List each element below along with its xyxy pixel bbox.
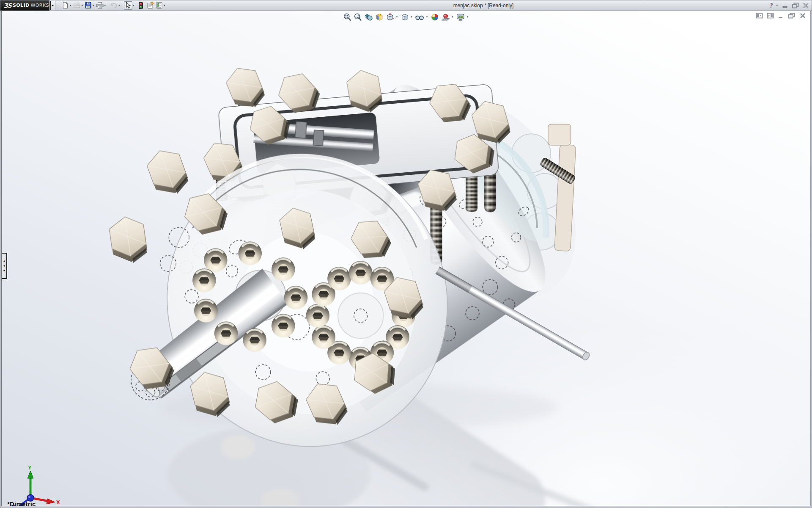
view-settings-icon	[456, 13, 465, 22]
close-document-button[interactable]	[799, 13, 806, 19]
logo-mark: ƷS	[3, 2, 11, 9]
triad-y-label: Y	[28, 465, 32, 471]
view-settings-button[interactable]	[455, 12, 466, 22]
standard-toolbar: ▾ ▾ ▾	[61, 0, 167, 11]
new-document-icon	[62, 2, 69, 9]
close-button[interactable]	[802, 3, 809, 8]
zoom-to-area-button[interactable]	[353, 12, 363, 22]
right-hub	[338, 293, 383, 338]
zoom-to-fit-icon	[343, 13, 352, 22]
help-button[interactable]: ?	[769, 2, 773, 9]
featuremanager-collapsed-tab[interactable]: ◂ ◂ ◂	[2, 253, 7, 279]
display-style-caret[interactable]: ▾	[410, 15, 414, 19]
document-title: menjac sklop * [Read-only]	[428, 0, 538, 11]
logo-text-works: WORKS	[30, 3, 49, 8]
section-view-button[interactable]	[374, 12, 385, 22]
rebuild-button[interactable]	[138, 1, 144, 10]
print-icon	[96, 2, 104, 9]
save-button[interactable]	[84, 1, 92, 10]
print-caret[interactable]: ▾	[104, 1, 107, 10]
select-cursor-icon	[125, 2, 132, 9]
zoom-to-fit-button[interactable]	[342, 12, 353, 22]
document-window-controls	[756, 13, 806, 19]
options-button[interactable]	[155, 1, 163, 10]
undo-icon	[110, 2, 118, 9]
expand-right-pane-button[interactable]	[767, 13, 774, 19]
restore-button[interactable]	[792, 3, 799, 8]
window-controls: ? ▾	[769, 0, 809, 11]
apply-scene-caret[interactable]: ▾	[451, 15, 455, 19]
menu-expand-tab[interactable]: ▸	[50, 1, 55, 10]
options-caret[interactable]: ▾	[163, 1, 167, 10]
pane-arrow-icon: ◂	[3, 264, 5, 268]
model-scene[interactable]	[2, 11, 810, 506]
view-settings-caret[interactable]: ▾	[466, 15, 470, 19]
menu-arrow-icon: ▸	[52, 3, 54, 7]
apply-scene-button[interactable]	[440, 12, 451, 22]
logo-text-solid: SOLID	[13, 3, 30, 8]
hide-show-items-icon	[415, 13, 425, 22]
apply-scene-icon	[441, 13, 450, 22]
display-style-button[interactable]	[399, 12, 410, 22]
hide-show-items-caret[interactable]: ▾	[425, 15, 430, 19]
view-orientation-icon	[386, 13, 395, 22]
zoom-to-area-icon	[354, 13, 362, 22]
graphics-viewport[interactable]: ▾ ▾ ▾	[1, 11, 811, 506]
display-style-icon	[400, 13, 409, 22]
minimize-document-button[interactable]	[778, 13, 784, 19]
pane-arrow-icon: ◂	[3, 260, 5, 263]
select-tool-caret[interactable]: ▾	[132, 1, 136, 10]
edit-appearance-button[interactable]	[429, 12, 440, 22]
pane-arrow-icon: ◂	[3, 269, 5, 272]
collapse-left-pane-button[interactable]	[756, 13, 763, 19]
hide-show-items-button[interactable]	[414, 12, 425, 22]
solidworks-logo: ƷS SOLIDWORKS	[0, 0, 49, 11]
view-orientation-label: *Dimetric	[7, 500, 36, 506]
new-document-button[interactable]	[61, 1, 69, 10]
file-properties-icon	[147, 2, 155, 9]
previous-view-button[interactable]	[363, 12, 374, 22]
file-properties-button[interactable]	[146, 1, 155, 10]
previous-view-icon	[364, 13, 373, 22]
undo-button[interactable]	[110, 1, 118, 10]
open-document-icon	[73, 2, 81, 9]
view-orientation-caret[interactable]: ▾	[395, 15, 400, 19]
titlebar: ƷS SOLIDWORKS ▸ ▾ ▾	[0, 0, 812, 11]
save-caret[interactable]: ▾	[92, 1, 96, 10]
restore-document-button[interactable]	[788, 13, 796, 19]
print-button[interactable]	[96, 1, 104, 10]
help-caret[interactable]: ▾	[776, 1, 779, 10]
rebuild-traffic-light-icon	[138, 2, 143, 9]
solidworks-window: ƷS SOLIDWORKS ▸ ▾ ▾	[0, 0, 812, 508]
open-document-caret[interactable]: ▾	[81, 1, 85, 10]
view-orientation-button[interactable]	[385, 12, 395, 22]
section-view-icon	[375, 13, 384, 22]
options-icon	[156, 2, 163, 9]
minimize-button[interactable]	[782, 3, 789, 8]
heads-up-toolbar: ▾ ▾ ▾	[342, 12, 470, 22]
triad-x-label: X	[56, 499, 60, 505]
new-document-caret[interactable]: ▾	[69, 1, 73, 10]
edit-appearance-icon	[430, 13, 439, 22]
select-tool-button[interactable]	[124, 1, 132, 10]
open-document-button[interactable]	[73, 1, 81, 10]
save-icon	[85, 2, 92, 9]
undo-caret[interactable]: ▾	[118, 1, 121, 10]
